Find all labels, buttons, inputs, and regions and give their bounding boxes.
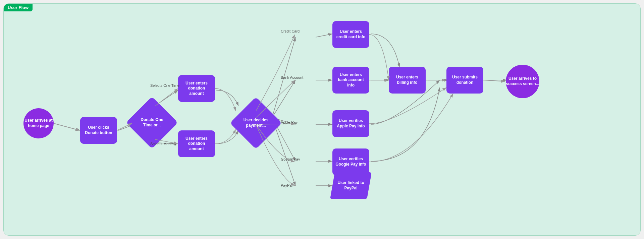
- node-verify-apple: User verifies Apple Pay info: [332, 110, 369, 137]
- node-enter-amount-onetime: User enters donation amount: [178, 75, 215, 102]
- node-enter-credit: User enters credit card info: [332, 21, 369, 48]
- label-apple-pay: Apple Pay: [281, 120, 298, 124]
- label-google-pay: Google Pay: [281, 157, 300, 161]
- node-linked-paypal: User linked to PayPal: [332, 172, 369, 199]
- node-submit-donation: User submits donation: [446, 67, 483, 94]
- svg-line-2: [54, 123, 79, 130]
- title-badge: User Flow: [4, 4, 33, 11]
- node-enter-amount-monthly: User enters donation amount: [178, 130, 215, 157]
- node-enter-billing: User enters billing info: [389, 67, 426, 94]
- svg-line-8: [483, 80, 505, 81]
- label-selects-onetime: Selects One Time: [150, 83, 179, 87]
- node-verify-google: User verifies Google Pay info: [332, 148, 369, 175]
- label-bank-account: Bank Account: [281, 75, 303, 79]
- node-enter-bank: User enters bank account info: [332, 67, 369, 94]
- label-paypal: PayPal: [281, 183, 292, 187]
- node-click-donate: User clicks Donate button: [80, 117, 117, 144]
- node-success-screen: User arrives to success screen...: [506, 65, 539, 98]
- diagram-container: User Flow: [3, 3, 641, 236]
- node-donate-decision: Donate One Time or...: [132, 103, 172, 143]
- node-payment-decision: User decides payment...: [236, 103, 276, 143]
- label-selects-monthly: Selects Monthly: [150, 142, 176, 146]
- node-arrive-home: User arrives at home page: [23, 108, 54, 138]
- label-credit-card: Credit Card: [281, 29, 300, 33]
